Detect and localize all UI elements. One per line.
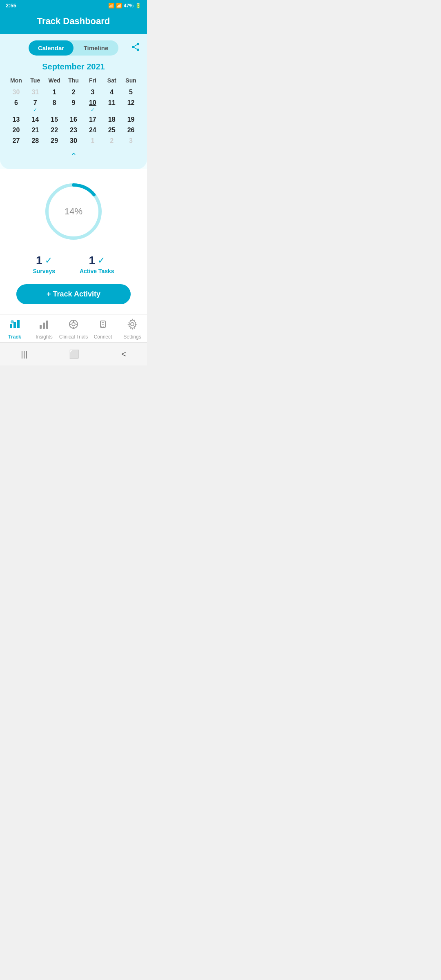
page-title: Track Dashboard [7, 16, 140, 27]
calendar-day[interactable]: 17 [83, 114, 102, 125]
svg-rect-8 [13, 322, 16, 328]
svg-rect-7 [10, 324, 12, 328]
calendar-day[interactable]: 30 [64, 136, 83, 146]
timeline-toggle-btn[interactable]: Timeline [74, 40, 118, 56]
calendar-day[interactable]: 6 [7, 98, 26, 114]
svg-line-3 [134, 47, 137, 49]
wifi-icon: 📶 [108, 3, 114, 9]
nav-label-track: Track [8, 334, 21, 340]
calendar-day[interactable]: 14 [26, 114, 45, 125]
settings-nav-icon [127, 318, 138, 332]
collapse-arrow[interactable]: ⌃ [7, 151, 140, 161]
calendar-day[interactable]: 2 [64, 87, 83, 98]
calendar-day[interactable]: 3 [121, 136, 140, 146]
calendar-day[interactable]: 27 [7, 136, 26, 146]
svg-text:</>: </> [101, 325, 106, 328]
calendar-day[interactable]: 23 [64, 125, 83, 136]
calendar-day[interactable]: 18 [102, 114, 121, 125]
track-nav-icon: ‍ [9, 318, 20, 332]
svg-point-10 [11, 320, 14, 323]
calendar-day[interactable]: 13 [7, 114, 26, 125]
nav-item-insights[interactable]: Insights [29, 318, 59, 340]
sys-menu-button[interactable]: ||| [13, 348, 36, 361]
progress-section: 14% 1 ✓ Surveys 1 ✓ Active Tasks + Track… [0, 169, 147, 314]
calendar-day[interactable]: 21 [26, 125, 45, 136]
bottom-navigation: ‍ Track Insights Clinical Trials [0, 314, 147, 342]
tasks-stat-top: 1 ✓ [89, 254, 105, 267]
system-navigation: ||| ⬜ < [0, 342, 147, 365]
progress-ring-container: 14% [41, 179, 106, 244]
weekday-thu: Thu [64, 77, 83, 87]
calendar-day[interactable]: 29 [45, 136, 64, 146]
calendar-day[interactable]: 7✓ [26, 98, 45, 114]
view-toggle-row: Calendar Timeline [7, 40, 140, 56]
surveys-check-icon: ✓ [45, 255, 52, 266]
battery-icon: 🔋 [135, 3, 141, 9]
signal-icon: 📶 [116, 3, 122, 9]
calendar-day[interactable]: 9 [64, 98, 83, 114]
calendar-days: 30311234567✓8910✓11121314151617181920212… [7, 87, 140, 146]
connect-nav-icon: </> [97, 318, 109, 332]
calendar-day[interactable]: 20 [7, 125, 26, 136]
svg-line-4 [134, 45, 137, 46]
nav-item-clinical-trials[interactable]: Clinical Trials [59, 318, 88, 340]
calendar-day[interactable]: 12 [121, 98, 140, 114]
sys-home-button[interactable]: ⬜ [61, 347, 87, 361]
calendar-day[interactable]: 30 [7, 87, 26, 98]
surveys-stat: 1 ✓ Surveys [33, 254, 55, 274]
nav-label-settings: Settings [123, 334, 141, 340]
calendar-day[interactable]: 10✓ [83, 98, 102, 114]
weekday-mon: Mon [7, 77, 26, 87]
calendar-day[interactable]: 31 [26, 87, 45, 98]
track-activity-button[interactable]: + Track Activity [16, 284, 131, 304]
svg-point-16 [72, 323, 75, 326]
calendar-day[interactable]: 16 [64, 114, 83, 125]
nav-item-settings[interactable]: Settings [118, 318, 147, 340]
calendar-day[interactable]: 5 [121, 87, 140, 98]
svg-rect-12 [40, 325, 42, 329]
time: 2:55 [6, 2, 16, 9]
clinical-trials-nav-icon [68, 318, 79, 332]
calendar-day[interactable]: 22 [45, 125, 64, 136]
calendar-day[interactable]: 1 [45, 87, 64, 98]
calendar-day[interactable]: 26 [121, 125, 140, 136]
calendar-day[interactable]: 8 [45, 98, 64, 114]
status-bar: 2:55 📶 📶 47% 🔋 [0, 0, 147, 11]
view-toggle[interactable]: Calendar Timeline [29, 40, 118, 56]
weekday-sat: Sat [102, 77, 121, 87]
svg-point-0 [137, 43, 139, 45]
nav-item-track[interactable]: ‍ Track [0, 318, 29, 340]
stats-row: 1 ✓ Surveys 1 ✓ Active Tasks [33, 254, 114, 274]
calendar-day[interactable]: 3 [83, 87, 102, 98]
surveys-count: 1 [36, 254, 42, 267]
calendar-day[interactable]: 19 [121, 114, 140, 125]
progress-label: 14% [65, 206, 82, 217]
calendar-day[interactable]: 2 [102, 136, 121, 146]
sys-back-button[interactable]: < [113, 348, 134, 361]
calendar-toggle-btn[interactable]: Calendar [29, 40, 74, 56]
calendar-month-title: September 2021 [7, 62, 140, 71]
nav-label-clinical-trials: Clinical Trials [59, 334, 88, 340]
status-icons: 📶 📶 47% 🔋 [108, 3, 141, 9]
app-header: Track Dashboard [0, 11, 147, 34]
surveys-label: Surveys [33, 268, 55, 274]
nav-item-connect[interactable]: </> Connect [88, 318, 118, 340]
calendar-day[interactable]: 15 [45, 114, 64, 125]
calendar-day[interactable]: 1 [83, 136, 102, 146]
weekday-tue: Tue [26, 77, 45, 87]
nav-label-connect: Connect [94, 334, 112, 340]
calendar-day[interactable]: 25 [102, 125, 121, 136]
surveys-stat-top: 1 ✓ [36, 254, 52, 267]
weekday-sun: Sun [121, 77, 140, 87]
share-icon[interactable] [131, 42, 140, 54]
calendar-day[interactable]: 24 [83, 125, 102, 136]
svg-point-25 [131, 323, 134, 326]
calendar-grid: Mon Tue Wed Thu Fri Sat Sun [7, 77, 140, 87]
weekday-fri: Fri [83, 77, 102, 87]
calendar-day[interactable]: 28 [26, 136, 45, 146]
svg-rect-9 [17, 320, 20, 328]
calendar-day[interactable]: 4 [102, 87, 121, 98]
tasks-check-icon: ✓ [98, 255, 105, 266]
svg-point-1 [132, 46, 134, 48]
calendar-day[interactable]: 11 [102, 98, 121, 114]
